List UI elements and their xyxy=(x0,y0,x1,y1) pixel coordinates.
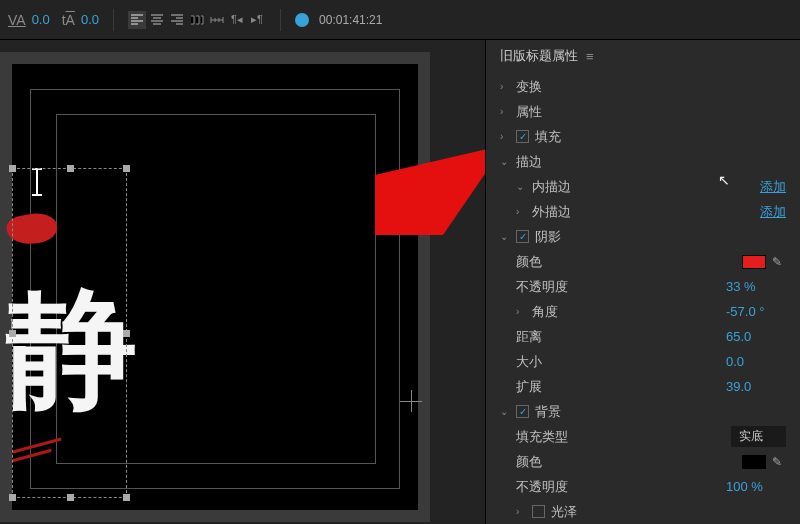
text-bounding-box[interactable] xyxy=(12,168,127,498)
bg-color-row[interactable]: 颜色 ✎ xyxy=(486,449,800,474)
shadow-color-row[interactable]: 颜色 ✎ xyxy=(486,249,800,274)
divider xyxy=(280,9,281,31)
row-label: 颜色 xyxy=(516,453,742,471)
chevron-right-icon: › xyxy=(516,306,528,317)
inner-stroke-row[interactable]: ⌄ 内描边 添加 xyxy=(486,174,800,199)
kerning-value[interactable]: 0.0 xyxy=(32,12,50,27)
bg-opacity-value[interactable]: 100 % xyxy=(726,479,786,494)
section-label: 填充 xyxy=(535,128,786,146)
bg-opacity-row[interactable]: 不透明度 100 % xyxy=(486,474,800,499)
align-icons-group: ¶◂ ▸¶ xyxy=(128,11,266,29)
row-label: 不透明度 xyxy=(516,278,726,296)
chevron-right-icon: › xyxy=(500,131,512,142)
va-icon: VA xyxy=(8,12,26,28)
section-label: 属性 xyxy=(516,103,786,121)
resize-handle[interactable] xyxy=(9,494,16,501)
chevron-right-icon: › xyxy=(516,506,528,517)
background-section[interactable]: ⌄ 背景 xyxy=(486,399,800,424)
canvas[interactable]: 静 xyxy=(12,64,418,510)
sheen-row[interactable]: › 光泽 xyxy=(486,499,800,524)
properties-panel: 旧版标题属性 ≡ › 变换 › 属性 › 填充 ⌄ 描边 ⌄ 内 xyxy=(485,40,800,524)
outer-stroke-row[interactable]: › 外描边 添加 xyxy=(486,199,800,224)
chevron-down-icon: ⌄ xyxy=(500,406,512,417)
toolbar: VA 0.0 tA 0.0 ¶◂ ▸¶ 00:01:41:21 xyxy=(0,0,800,40)
align-center-icon[interactable] xyxy=(148,11,166,29)
row-label: 填充类型 xyxy=(516,428,731,446)
canvas-area[interactable]: 静 xyxy=(0,40,485,524)
divider xyxy=(113,9,114,31)
stroke-section[interactable]: ⌄ 描边 xyxy=(486,149,800,174)
color-swatch[interactable] xyxy=(742,455,766,469)
fill-type-select[interactable]: 实底 xyxy=(731,426,786,447)
row-label: 颜色 xyxy=(516,253,742,271)
resize-handle[interactable] xyxy=(123,494,130,501)
row-label: 角度 xyxy=(532,303,726,321)
chevron-down-icon: ⌄ xyxy=(500,156,512,167)
eyedropper-icon[interactable]: ✎ xyxy=(772,255,786,269)
chevron-right-icon: › xyxy=(500,81,512,92)
resize-handle[interactable] xyxy=(67,165,74,172)
add-outer-stroke-link[interactable]: 添加 xyxy=(760,203,786,221)
row-label: 外描边 xyxy=(532,203,760,221)
timecode-group[interactable]: 00:01:41:21 xyxy=(295,13,382,27)
chevron-right-icon: › xyxy=(500,106,512,117)
chevron-down-icon: ⌄ xyxy=(500,231,512,242)
row-label: 扩展 xyxy=(516,378,726,396)
shadow-angle-row[interactable]: › 角度 -57.0 ° xyxy=(486,299,800,324)
crosshair xyxy=(411,390,412,412)
eyedropper-icon[interactable]: ✎ xyxy=(772,455,786,469)
angle-value[interactable]: -57.0 ° xyxy=(726,304,786,319)
size-value[interactable]: 0.0 xyxy=(726,354,786,369)
properties-list: › 变换 › 属性 › 填充 ⌄ 描边 ⌄ 内描边 添加 › xyxy=(486,72,800,524)
section-label: 背景 xyxy=(535,403,786,421)
shadow-size-row[interactable]: 大小 0.0 xyxy=(486,349,800,374)
panel-header: 旧版标题属性 ≡ xyxy=(486,40,800,72)
ta-icon: tA xyxy=(62,12,75,28)
row-label: 距离 xyxy=(516,328,726,346)
resize-handle[interactable] xyxy=(123,330,130,337)
panel-menu-icon[interactable]: ≡ xyxy=(586,49,594,64)
section-label: 描边 xyxy=(516,153,786,171)
spread-value[interactable]: 39.0 xyxy=(726,379,786,394)
properties-section[interactable]: › 属性 xyxy=(486,99,800,124)
para-after-icon[interactable]: ▸¶ xyxy=(248,11,266,29)
shadow-spread-row[interactable]: 扩展 39.0 xyxy=(486,374,800,399)
add-inner-stroke-link[interactable]: 添加 xyxy=(760,178,786,196)
shadow-checkbox[interactable] xyxy=(516,230,529,243)
distance-value[interactable]: 65.0 xyxy=(726,329,786,344)
fill-checkbox[interactable] xyxy=(516,130,529,143)
section-label: 阴影 xyxy=(535,228,786,246)
shadow-opacity-row[interactable]: 不透明度 33 % xyxy=(486,274,800,299)
baseline-value[interactable]: 0.0 xyxy=(81,12,99,27)
align-left-icon[interactable] xyxy=(128,11,146,29)
para-before-icon[interactable]: ¶◂ xyxy=(228,11,246,29)
color-swatch[interactable] xyxy=(742,255,766,269)
chevron-down-icon: ⌄ xyxy=(516,181,528,192)
chevron-right-icon: › xyxy=(516,206,528,217)
fill-section[interactable]: › 填充 xyxy=(486,124,800,149)
row-label: 不透明度 xyxy=(516,478,726,496)
distribute-icon[interactable] xyxy=(208,11,226,29)
section-label: 变换 xyxy=(516,78,786,96)
align-right-icon[interactable] xyxy=(168,11,186,29)
panel-title: 旧版标题属性 xyxy=(500,47,578,65)
resize-handle[interactable] xyxy=(123,165,130,172)
row-label: 光泽 xyxy=(551,503,786,521)
resize-handle[interactable] xyxy=(9,165,16,172)
timecode-display: 00:01:41:21 xyxy=(319,13,382,27)
opacity-value[interactable]: 33 % xyxy=(726,279,786,294)
tab-icon[interactable] xyxy=(188,11,206,29)
background-checkbox[interactable] xyxy=(516,405,529,418)
resize-handle[interactable] xyxy=(9,330,16,337)
visibility-icon[interactable] xyxy=(295,13,309,27)
baseline-control[interactable]: tA 0.0 xyxy=(62,12,99,28)
cursor-icon: ↖ xyxy=(718,172,730,188)
bg-filltype-row[interactable]: 填充类型 实底 xyxy=(486,424,800,449)
resize-handle[interactable] xyxy=(67,494,74,501)
shadow-distance-row[interactable]: 距离 65.0 xyxy=(486,324,800,349)
transform-section[interactable]: › 变换 xyxy=(486,74,800,99)
kerning-control[interactable]: VA 0.0 xyxy=(8,12,50,28)
sheen-checkbox[interactable] xyxy=(532,505,545,518)
row-label: 大小 xyxy=(516,353,726,371)
shadow-section[interactable]: ⌄ 阴影 xyxy=(486,224,800,249)
